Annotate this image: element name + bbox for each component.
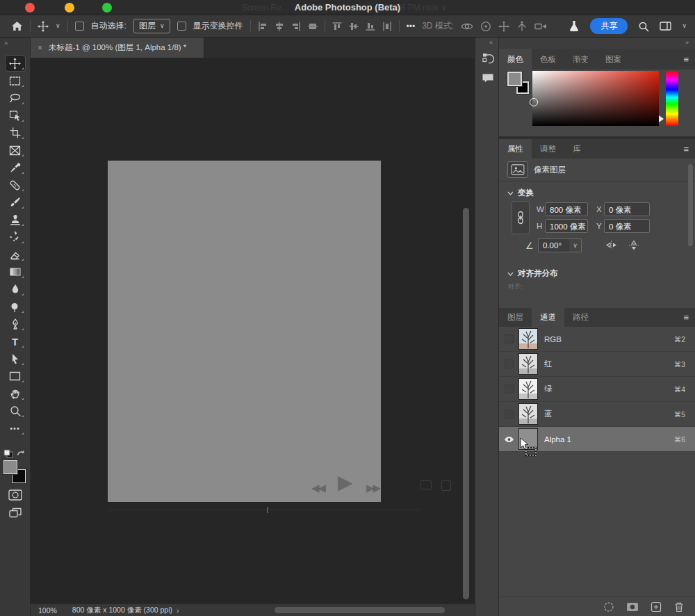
path-selection-tool[interactable] xyxy=(6,351,25,366)
new-channel-icon[interactable] xyxy=(651,601,662,613)
tool-preset-chevron-icon[interactable]: ∨ xyxy=(56,23,60,29)
width-field[interactable]: 800 像素 xyxy=(545,202,588,216)
search-icon[interactable] xyxy=(638,21,649,32)
flip-horizontal-icon[interactable] xyxy=(605,240,619,250)
load-selection-icon[interactable] xyxy=(603,601,614,613)
channel-thumbnail[interactable] xyxy=(518,378,538,400)
version-history-icon[interactable] xyxy=(475,49,500,68)
y-field[interactable]: 0 像素 xyxy=(604,219,650,233)
visibility-toggle[interactable] xyxy=(499,359,518,368)
eraser-tool[interactable] xyxy=(6,247,25,262)
3d-orbit-icon[interactable] xyxy=(461,21,473,32)
hue-slider-pointer[interactable] xyxy=(659,115,664,122)
tab-gradients[interactable]: 渐变 xyxy=(564,49,597,70)
panel-menu-icon[interactable]: ≡ xyxy=(683,144,695,154)
marquee-tool[interactable] xyxy=(6,73,25,88)
spot-healing-brush-tool[interactable] xyxy=(6,177,25,193)
vertical-scrollbar[interactable] xyxy=(463,208,469,599)
tab-adjustments[interactable]: 调整 xyxy=(532,139,564,159)
tab-properties[interactable]: 属性 xyxy=(499,139,532,159)
rectangle-tool[interactable] xyxy=(6,368,25,384)
distribute-icon[interactable] xyxy=(382,22,392,31)
align-horizontal-center-icon[interactable] xyxy=(275,22,284,31)
pen-tool[interactable] xyxy=(6,316,25,332)
workspace-switcher-icon[interactable] xyxy=(660,22,671,31)
quick-mask-icon[interactable] xyxy=(8,489,22,501)
tools-collapse-icon[interactable]: » xyxy=(0,38,30,47)
canvas-area[interactable]: ◀◀ ▶ ▶▶ xyxy=(31,58,475,603)
channel-row-alpha1[interactable]: Alpha 1 ⌘6 xyxy=(499,427,695,452)
edit-toolbar-icon[interactable]: ••• xyxy=(6,421,25,436)
visibility-toggle[interactable] xyxy=(499,384,518,394)
height-field[interactable]: 1000 像素 xyxy=(545,219,588,233)
tab-layers[interactable]: 图层 xyxy=(499,308,532,327)
channel-row-rgb[interactable]: RGB ⌘2 xyxy=(499,327,695,352)
3d-pan-icon[interactable] xyxy=(498,21,509,32)
tab-channels[interactable]: 通道 xyxy=(532,308,564,327)
tab-swatches[interactable]: 色板 xyxy=(532,49,564,70)
align-bottom-icon[interactable] xyxy=(366,22,375,31)
align-right-icon[interactable] xyxy=(291,22,301,31)
screen-mode-icon[interactable] xyxy=(9,508,22,519)
visibility-toggle[interactable] xyxy=(499,436,518,443)
foreground-color-swatch[interactable] xyxy=(3,460,17,474)
channel-row-green[interactable]: 绿 ⌘4 xyxy=(499,377,695,402)
save-selection-icon[interactable] xyxy=(626,602,639,612)
panel-menu-icon[interactable]: ≡ xyxy=(683,54,695,65)
3d-slide-icon[interactable] xyxy=(516,21,528,32)
lasso-tool[interactable] xyxy=(6,90,25,106)
show-transform-checkbox[interactable] xyxy=(177,22,186,31)
channel-thumbnail[interactable] xyxy=(518,353,538,375)
status-chevron-icon[interactable]: › xyxy=(177,606,179,615)
crop-tool[interactable] xyxy=(6,125,25,140)
auto-select-checkbox[interactable] xyxy=(75,22,84,31)
x-field[interactable]: 0 像素 xyxy=(604,202,650,216)
align-left-icon[interactable] xyxy=(258,22,268,31)
type-tool[interactable]: T xyxy=(6,334,25,349)
channel-row-red[interactable]: 红 ⌘3 xyxy=(499,352,695,377)
expand-panels-icon[interactable]: « xyxy=(475,38,498,49)
move-tool-icon[interactable] xyxy=(38,21,49,32)
angle-dropdown-button[interactable]: ∨ xyxy=(569,238,582,252)
auto-select-dropdown[interactable]: 图层 ∨ xyxy=(133,19,170,33)
hue-slider[interactable] xyxy=(666,71,678,126)
tab-libraries[interactable]: 库 xyxy=(564,139,589,159)
visibility-toggle[interactable] xyxy=(499,334,518,343)
flip-vertical-icon[interactable] xyxy=(628,240,639,251)
tab-patterns[interactable]: 图案 xyxy=(597,49,630,70)
document-tab[interactable]: × 未标题-1 @ 100% (图层 1, Alpha 1/8) * xyxy=(31,38,204,58)
align-section-header[interactable]: 对齐并分布 xyxy=(507,268,558,279)
tab-paths[interactable]: 路径 xyxy=(564,308,597,327)
align-top-icon[interactable] xyxy=(332,22,342,31)
close-tab-icon[interactable]: × xyxy=(38,43,42,53)
beta-flask-icon[interactable] xyxy=(569,20,580,32)
more-options-icon[interactable]: ••• xyxy=(407,22,416,31)
delete-channel-icon[interactable] xyxy=(673,601,685,613)
zoom-tool[interactable] xyxy=(6,403,25,419)
3d-roll-icon[interactable] xyxy=(480,21,491,32)
tab-color[interactable]: 颜色 xyxy=(499,49,532,70)
blur-tool[interactable] xyxy=(6,282,25,297)
align-vertical-center-icon[interactable] xyxy=(349,22,359,31)
workspace-chevron-icon[interactable]: ∨ xyxy=(682,23,687,29)
channel-row-blue[interactable]: 蓝 ⌘5 xyxy=(499,402,695,427)
channel-thumbnail[interactable] xyxy=(518,403,538,425)
panel-scrollbar[interactable] xyxy=(688,164,693,246)
collapse-panels-icon[interactable]: » xyxy=(499,38,695,49)
angle-field[interactable]: 0.00° xyxy=(538,238,570,252)
frame-tool[interactable] xyxy=(6,143,25,158)
transform-section-header[interactable]: 变换 xyxy=(507,188,534,198)
panel-menu-icon[interactable]: ≡ xyxy=(683,312,695,323)
3d-camera-icon[interactable] xyxy=(534,22,547,31)
eyedropper-tool[interactable] xyxy=(6,160,25,175)
foreground-color-swatch[interactable] xyxy=(507,72,522,86)
saturation-brightness-field[interactable] xyxy=(532,71,659,126)
object-selection-tool[interactable] xyxy=(6,108,25,123)
link-dimensions-button[interactable] xyxy=(512,201,530,234)
zoom-level[interactable]: 100% xyxy=(38,606,57,615)
move-tool[interactable] xyxy=(6,56,25,71)
comments-icon[interactable] xyxy=(475,68,500,88)
channel-thumbnail[interactable] xyxy=(518,328,538,350)
home-icon[interactable] xyxy=(11,21,23,31)
color-field-cursor[interactable] xyxy=(530,98,538,106)
